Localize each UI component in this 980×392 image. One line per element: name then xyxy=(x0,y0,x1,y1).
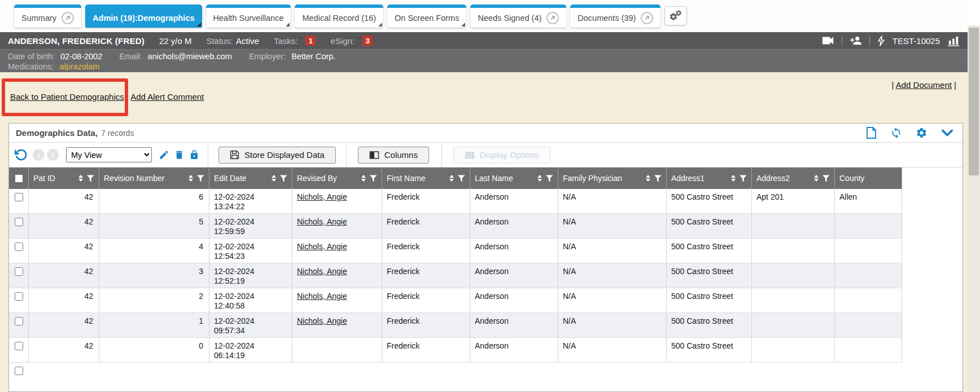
revised-by-link[interactable]: Nichols, Angie xyxy=(297,192,347,201)
filter-icon[interactable] xyxy=(197,175,204,182)
revised-by-link[interactable]: Nichols, Angie xyxy=(297,242,347,251)
next-arrow-icon[interactable]: › xyxy=(47,149,59,161)
filter-icon[interactable] xyxy=(740,175,747,182)
cell-first-name: Frederick xyxy=(382,338,470,362)
sort-icon[interactable] xyxy=(189,175,193,182)
filter-icon[interactable] xyxy=(87,175,94,182)
demographics-panel: Demographics Data, 7 records xyxy=(8,123,963,392)
sort-icon[interactable] xyxy=(78,175,83,182)
filter-icon[interactable] xyxy=(654,175,662,182)
select-all-header[interactable] xyxy=(9,168,29,189)
table-row: 42 4 12-02-2024 12:54:23 Nichols, Angie … xyxy=(9,239,902,263)
tab-documents[interactable]: Documents (39) xyxy=(570,5,660,28)
video-camera-icon[interactable] xyxy=(822,36,834,45)
store-displayed-data-button[interactable]: Store Displayed Data xyxy=(218,147,336,164)
row-checkbox[interactable] xyxy=(15,367,23,375)
edit-pencil-icon[interactable] xyxy=(159,149,169,160)
filter-icon[interactable] xyxy=(370,175,377,182)
revised-by-link[interactable]: Nichols, Angie xyxy=(297,292,347,301)
tab-admin-demographics[interactable]: Admin (19):Demographics xyxy=(85,5,202,28)
cell-pat-id: 42 xyxy=(29,288,99,312)
row-checkbox[interactable] xyxy=(15,342,23,350)
row-checkbox[interactable] xyxy=(15,218,23,226)
edit-time: 13:24:22 xyxy=(214,202,287,212)
main-area: Summary Admin (19):Demographics Health S… xyxy=(0,0,968,392)
tab-health-surveillance[interactable]: Health Surveillance xyxy=(206,5,291,28)
popout-icon[interactable] xyxy=(641,12,653,24)
edit-date: 12-02-2024 xyxy=(214,316,287,326)
sort-icon[interactable] xyxy=(361,175,366,182)
cell-address1: 500 Castro Street xyxy=(667,313,752,337)
column-label: County xyxy=(839,174,897,183)
tab-bar: Summary Admin (19):Demographics Health S… xyxy=(0,0,968,32)
row-checkbox[interactable] xyxy=(15,193,23,201)
add-alert-comment-link[interactable]: Add Alert Comment xyxy=(130,92,204,102)
gear-icon[interactable] xyxy=(916,127,928,139)
cell-edit-date: 12-02-2024 12:52:19 xyxy=(209,263,292,288)
row-checkbox[interactable] xyxy=(15,317,23,325)
sort-icon[interactable] xyxy=(731,175,736,182)
add-person-icon[interactable] xyxy=(850,36,862,46)
lock-icon[interactable] xyxy=(189,149,199,160)
chart-id: TEST-10025 xyxy=(893,36,940,46)
tasks-badge[interactable]: 1 xyxy=(305,36,316,46)
patient-info-bar: Date of birth: 02-08-2002 Email: anichol… xyxy=(0,49,968,72)
tab-settings-button[interactable] xyxy=(664,6,687,25)
delete-trash-icon[interactable] xyxy=(174,149,185,160)
cell-county xyxy=(835,214,902,238)
tab-on-screen-forms[interactable]: On Screen Forms xyxy=(387,5,466,28)
filter-icon[interactable] xyxy=(546,175,553,182)
revised-by-link[interactable]: Nichols, Angie xyxy=(297,267,347,276)
col-first-name: First Name xyxy=(382,168,470,189)
refresh-icon[interactable] xyxy=(890,127,902,139)
revised-by-link[interactable]: Nichols, Angie xyxy=(297,316,347,325)
cell-edit-date: 12-02-2024 06:14:19 xyxy=(209,338,292,362)
row-checkbox-cell xyxy=(9,288,29,312)
filter-icon[interactable] xyxy=(280,175,287,182)
cell-last-name: Anderson xyxy=(470,288,558,312)
popout-icon[interactable] xyxy=(62,12,74,24)
new-document-icon[interactable] xyxy=(866,127,877,139)
back-to-demographics-link[interactable]: Back to Patient Demographics xyxy=(10,92,124,102)
edit-time: 12:40:58 xyxy=(214,301,287,311)
row-checkbox[interactable] xyxy=(15,292,23,301)
flowsheet-chart-icon[interactable] xyxy=(947,36,960,46)
columns-button[interactable]: Columns xyxy=(358,147,429,164)
sort-icon[interactable] xyxy=(646,175,650,182)
cell-first-name: Frederick xyxy=(382,288,470,312)
cell-edit-date: 12-02-2024 12:54:23 xyxy=(209,239,292,263)
divider xyxy=(208,143,208,167)
filter-icon[interactable] xyxy=(458,175,465,182)
prev-arrow-icon[interactable]: ‹ xyxy=(33,149,45,161)
filter-icon[interactable] xyxy=(823,175,830,182)
scrollbar-thumb[interactable] xyxy=(969,28,979,175)
sort-icon[interactable] xyxy=(814,175,819,182)
row-checkbox[interactable] xyxy=(15,267,23,276)
row-checkbox[interactable] xyxy=(15,243,23,251)
lightning-icon[interactable] xyxy=(877,36,885,46)
chevron-down-icon[interactable] xyxy=(941,129,953,138)
table-header: Pat ID Revision Number Edit Date Revised… xyxy=(9,168,902,189)
add-document-link[interactable]: Add Document xyxy=(896,80,952,90)
esign-badge[interactable]: 3 xyxy=(362,36,373,46)
tab-medical-record[interactable]: Medical Record (16) xyxy=(295,5,383,28)
tab-needs-signed[interactable]: Needs Signed (4) xyxy=(470,5,566,28)
sort-icon[interactable] xyxy=(272,175,276,182)
cell-county xyxy=(835,338,902,362)
view-select[interactable]: My View xyxy=(66,147,152,162)
table-row: 42 1 12-02-2024 09:57:34 Nichols, Angie … xyxy=(9,313,902,338)
panel-title: Demographics Data, xyxy=(16,128,98,138)
cell-last-name: Anderson xyxy=(470,338,558,362)
revised-by-link[interactable]: Nichols, Angie xyxy=(297,217,347,226)
medications-value[interactable]: alprazolam xyxy=(59,62,99,71)
esign-label: eSign: xyxy=(330,36,355,46)
tab-summary[interactable]: Summary xyxy=(14,5,81,28)
sort-icon[interactable] xyxy=(449,175,454,182)
tab-label: On Screen Forms xyxy=(395,14,459,23)
sort-icon[interactable] xyxy=(537,175,542,182)
select-all-checkbox[interactable] xyxy=(15,175,23,182)
vertical-scrollbar[interactable] xyxy=(968,25,980,392)
undo-icon[interactable] xyxy=(15,148,28,161)
dob-label: Date of birth: xyxy=(8,52,55,61)
popout-icon[interactable] xyxy=(546,12,559,24)
